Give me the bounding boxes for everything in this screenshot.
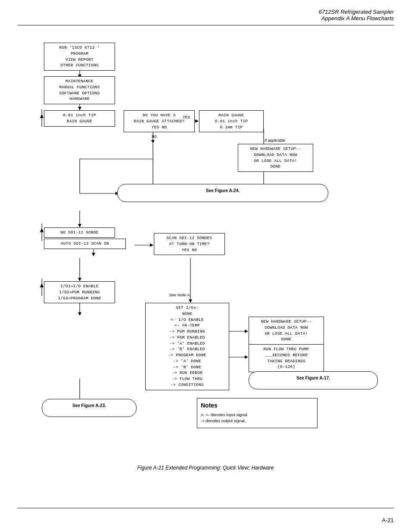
box-no-sdi12: NO SDI-12 SONDE bbox=[44, 227, 115, 238]
svg-marker-3 bbox=[78, 107, 81, 110]
page-number: A-21 bbox=[382, 517, 394, 523]
svg-marker-23 bbox=[78, 278, 81, 281]
header-title-line2: Appendix A Menu Flowcharts bbox=[17, 15, 394, 22]
box-rain-gauge-question: DO YOU HAVE A RAIN GAUGE ATTACHED? YES N… bbox=[124, 110, 195, 132]
notes-title: Notes bbox=[201, 401, 314, 410]
label-if-applicable: If applicable bbox=[265, 138, 285, 143]
rounded-fig-a24: See Figure A-24. bbox=[117, 184, 328, 202]
box-set-iox: SET I/Ox: NONE <- I/O ENABLE <- FR-TEMP … bbox=[145, 303, 229, 390]
flowchart: RUN 'ISCO 6712 ' PROGRAM VIEW REPORT OTH… bbox=[18, 30, 393, 460]
svg-marker-5 bbox=[195, 119, 199, 123]
svg-marker-25 bbox=[189, 299, 192, 303]
svg-marker-29 bbox=[245, 330, 248, 333]
svg-marker-37 bbox=[40, 228, 44, 232]
rounded-fig-a17: See Figure A-17. bbox=[249, 371, 378, 389]
svg-marker-7 bbox=[151, 140, 155, 143]
svg-marker-27 bbox=[78, 312, 81, 316]
svg-marker-34 bbox=[40, 114, 44, 118]
box-main-menu: RUN 'ISCO 6712 ' PROGRAM VIEW REPORT OTH… bbox=[44, 43, 115, 71]
box-auto-sdi12: AUTO SDI-12 SCAN ON bbox=[44, 239, 126, 249]
box-scan-sdi12: SCAN SDI-12 SONDES AT TURN-ON TIME? YES … bbox=[154, 233, 225, 255]
page-footer: A-21 bbox=[17, 517, 394, 523]
box-rain-gauge-options: RAIN GAUGE 0.01 inch TIP 0.1mm TIP bbox=[199, 110, 264, 132]
svg-marker-21 bbox=[150, 243, 153, 247]
box-flow-thru: RUN FLOW THRU PUMP ___SECONDS BEFORE TAK… bbox=[249, 344, 324, 372]
label-see-note-a: See Note A. bbox=[169, 292, 191, 297]
svg-marker-19 bbox=[78, 224, 81, 227]
note-a-text: A. <- denotes input signal. -> denotes o… bbox=[201, 412, 314, 424]
svg-marker-44 bbox=[92, 253, 95, 256]
box-io-assign: I/O1=I/O ENABLE I/O2=PGM RUNNING I/O3=PR… bbox=[44, 281, 115, 303]
box-rain-gauge-tip: 0.01 inch TIP RAIN GAUGE bbox=[44, 110, 115, 127]
footer-rule bbox=[17, 508, 394, 509]
box-new-hardware-top: NEW HARDWARE SETUP-- DOWNLOAD DATA NOW O… bbox=[238, 144, 313, 172]
figure-caption: Figure A-21 Extended Programming: Quick … bbox=[17, 465, 394, 471]
header-title-line1: 6712SR Refrigerated Sampler bbox=[17, 9, 394, 15]
rounded-fig-a23: See Figure A-23. bbox=[42, 399, 137, 417]
box-new-hardware-mid: NEW HARDWARE SETUP-- DOWNLOAD DATA NOW O… bbox=[249, 317, 324, 345]
box-other-functions: MAINTENANCE MANUAL FUNCTIONS SOFTWARE OP… bbox=[44, 76, 115, 104]
label-no1: NO bbox=[152, 134, 156, 139]
svg-marker-31 bbox=[245, 355, 248, 359]
page: 6712SR Refrigerated Sampler Appendix A M… bbox=[0, 0, 411, 532]
svg-marker-40 bbox=[40, 283, 44, 287]
page-header: 6712SR Refrigerated Sampler Appendix A M… bbox=[17, 9, 394, 25]
notes-box: Notes A. <- denotes input signal. -> den… bbox=[197, 398, 318, 428]
label-yes1: YES bbox=[183, 115, 190, 120]
